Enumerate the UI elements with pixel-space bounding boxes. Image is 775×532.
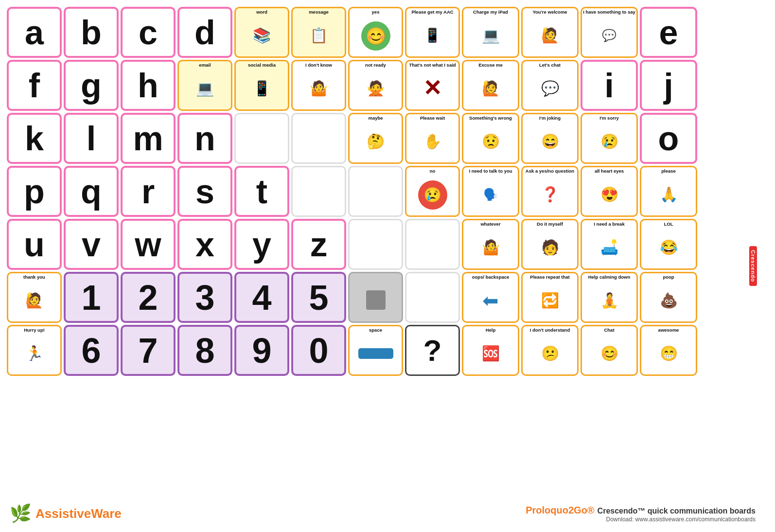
- number-6[interactable]: 6: [64, 325, 119, 376]
- question-mark-cell[interactable]: ?: [405, 325, 460, 376]
- letter-o[interactable]: o: [640, 113, 697, 164]
- chat-cell[interactable]: Chat 😊: [581, 325, 638, 376]
- please-repeat-cell[interactable]: Please repeat that 🔁: [521, 272, 579, 323]
- help-cell[interactable]: Help 🆘: [462, 325, 519, 376]
- letter-q[interactable]: q: [64, 166, 119, 217]
- space-cell[interactable]: space: [348, 325, 403, 376]
- letter-z[interactable]: z: [291, 219, 346, 270]
- maybe-cell[interactable]: maybe 🤔: [348, 113, 403, 164]
- number-1[interactable]: 1: [64, 272, 119, 323]
- number-7[interactable]: 7: [121, 325, 176, 376]
- letter-s[interactable]: s: [177, 166, 232, 217]
- please-wait-cell[interactable]: Please wait ✋: [405, 113, 460, 164]
- empty-r3c8: [291, 113, 346, 164]
- yes-cell[interactable]: yes 😊: [348, 7, 403, 58]
- social-media-cell[interactable]: social media 📱: [234, 60, 289, 111]
- letter-j[interactable]: j: [640, 60, 697, 111]
- im-joking-cell[interactable]: I'm joking 😄: [521, 113, 579, 164]
- hurry-up-cell[interactable]: Hurry up! 🏃: [7, 325, 62, 376]
- lol-cell[interactable]: LOL 😂: [640, 219, 697, 270]
- somethings-wrong-cell[interactable]: Something's wrong 😟: [462, 113, 519, 164]
- download-link: Download: www.assistiveware.com/communic…: [526, 516, 756, 523]
- letter-m[interactable]: m: [121, 113, 176, 164]
- number-0[interactable]: 0: [291, 325, 346, 376]
- please-get-aac-cell[interactable]: Please get my AAC 📱: [405, 7, 460, 58]
- have-something-to-say-cell[interactable]: I have something to say 💬: [581, 7, 638, 58]
- letter-y[interactable]: y: [234, 219, 289, 270]
- empty-r5c8: [405, 219, 460, 270]
- crescendo-label: Crescendo™ quick communication boards: [598, 507, 756, 515]
- letter-w[interactable]: w: [121, 219, 176, 270]
- awesome-cell[interactable]: awesome 😁: [640, 325, 697, 376]
- letter-x[interactable]: x: [177, 219, 232, 270]
- word-cell[interactable]: word 📚: [234, 7, 289, 58]
- footer: 🌿 AssistiveWare Proloquo2Go® Crescendo™ …: [5, 498, 760, 527]
- number-4[interactable]: 4: [234, 272, 289, 323]
- not-ready-cell[interactable]: not ready 🙅: [348, 60, 403, 111]
- charge-ipad-cell[interactable]: Charge my iPad 💻: [462, 7, 519, 58]
- side-brand: Crescendo: [749, 246, 757, 286]
- empty-r3c7: [234, 113, 289, 164]
- poop-cell[interactable]: poop 💩: [640, 272, 697, 323]
- assistiveware-name: AssistiveWare: [35, 506, 122, 521]
- assistiveware-icon: 🌿: [10, 503, 32, 524]
- footer-logo: 🌿 AssistiveWare: [10, 503, 122, 524]
- number-5[interactable]: 5: [291, 272, 346, 323]
- please-cell[interactable]: please 🙏: [640, 166, 697, 217]
- empty-r6c7: [405, 272, 460, 323]
- thats-not-cell[interactable]: That's not what I said ✕: [405, 60, 460, 111]
- excuse-me-cell[interactable]: Excuse me 🙋: [462, 60, 519, 111]
- oops-backspace-cell[interactable]: oops/ backspace ⬅: [462, 272, 519, 323]
- number-3[interactable]: 3: [177, 272, 232, 323]
- whatever-cell[interactable]: whatever 🤷: [462, 219, 519, 270]
- help-calming-cell[interactable]: Help calming down 🧘: [581, 272, 638, 323]
- letter-p[interactable]: p: [7, 166, 62, 217]
- letter-r[interactable]: r: [121, 166, 176, 217]
- letter-v[interactable]: v: [64, 219, 119, 270]
- letter-i[interactable]: i: [581, 60, 638, 111]
- letter-k[interactable]: k: [7, 113, 62, 164]
- number-9[interactable]: 9: [234, 325, 289, 376]
- letter-b[interactable]: b: [64, 7, 119, 58]
- letter-c[interactable]: c: [121, 7, 176, 58]
- letter-a[interactable]: a: [7, 7, 62, 58]
- empty-r4c8: [348, 166, 403, 217]
- need-talk-cell[interactable]: I need to talk to you 🗣️: [462, 166, 519, 217]
- letter-d[interactable]: d: [177, 7, 232, 58]
- empty-r4c7: [291, 166, 346, 217]
- no-cell[interactable]: no 😢: [405, 166, 460, 217]
- do-it-myself-cell[interactable]: Do it myself 🧑: [521, 219, 579, 270]
- letter-f[interactable]: f: [7, 60, 62, 111]
- letter-n[interactable]: n: [177, 113, 232, 164]
- im-sorry-cell[interactable]: I'm sorry 😢: [581, 113, 638, 164]
- letter-g[interactable]: g: [64, 60, 119, 111]
- communication-board: a b c d word 📚 message 📋 yes 😊 Please ge…: [5, 5, 760, 498]
- thank-you-cell[interactable]: thank you 🙋: [7, 272, 62, 323]
- number-2[interactable]: 2: [121, 272, 176, 323]
- period-cell[interactable]: [348, 272, 403, 323]
- ask-yesno-cell[interactable]: Ask a yes/no question ❓: [521, 166, 579, 217]
- footer-branding: Proloquo2Go® Crescendo™ quick communicat…: [526, 505, 756, 523]
- need-break-cell[interactable]: I need a break 🛋️: [581, 219, 638, 270]
- all-heart-eyes-cell[interactable]: all heart eyes 😍: [581, 166, 638, 217]
- letter-u[interactable]: u: [7, 219, 62, 270]
- letter-h[interactable]: h: [121, 60, 176, 111]
- email-cell[interactable]: email 💻: [177, 60, 232, 111]
- number-8[interactable]: 8: [177, 325, 232, 376]
- lets-chat-cell[interactable]: Let's chat 💬: [521, 60, 579, 111]
- proloquo-label: Proloquo2Go®: [526, 505, 594, 516]
- letter-l[interactable]: l: [64, 113, 119, 164]
- letter-t[interactable]: t: [234, 166, 289, 217]
- message-cell[interactable]: message 📋: [291, 7, 346, 58]
- letter-e[interactable]: e: [640, 7, 697, 58]
- dont-understand-cell[interactable]: I don't understand 😕: [521, 325, 579, 376]
- dont-know-cell[interactable]: I don't know 🤷: [291, 60, 346, 111]
- youre-welcome-cell[interactable]: You're welcome 🙋: [521, 7, 579, 58]
- empty-r5c7: [348, 219, 403, 270]
